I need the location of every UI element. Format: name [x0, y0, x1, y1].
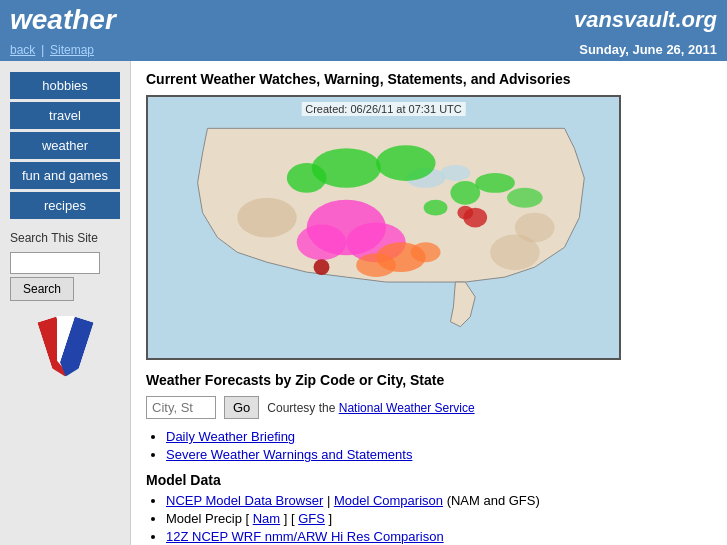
- nam-link[interactable]: Nam: [253, 511, 280, 526]
- svg-point-14: [297, 225, 347, 261]
- forecast-title: Weather Forecasts by Zip Code or City, S…: [146, 372, 712, 388]
- zip-input[interactable]: [146, 396, 216, 419]
- list-item: Daily Weather Briefing: [166, 429, 712, 444]
- svg-point-17: [411, 242, 441, 262]
- svg-point-20: [237, 198, 296, 238]
- site-domain: vansvault.org: [574, 7, 717, 33]
- sitemap-link[interactable]: Sitemap: [50, 43, 94, 57]
- wrf-comparison-link[interactable]: 12Z NCEP WRF nmm/ARW Hi Res Comparison: [166, 529, 444, 544]
- watches-title: Current Weather Watches, Warning, Statem…: [146, 71, 712, 87]
- model-list: NCEP Model Data Browser | Model Comparis…: [166, 493, 712, 545]
- map-timestamp: Created: 06/26/11 at 07:31 UTC: [301, 102, 466, 116]
- severe-warnings-link[interactable]: Severe Weather Warnings and Statements: [166, 447, 412, 462]
- sidebar-item-fun-and-games[interactable]: fun and games: [10, 162, 120, 189]
- svg-point-9: [475, 173, 515, 193]
- nav-links: back | Sitemap: [10, 42, 94, 57]
- weather-map: Created: 06/26/11 at 07:31 UTC: [146, 95, 621, 360]
- sidebar-item-hobbies[interactable]: hobbies: [10, 72, 120, 99]
- courtesy-text: Courtesy the National Weather Service: [267, 401, 474, 415]
- ncep-model-link[interactable]: NCEP Model Data Browser: [166, 493, 323, 508]
- svg-point-4: [441, 165, 471, 181]
- search-label: Search This Site: [0, 227, 130, 249]
- sidebar: hobbies travel weather fun and games rec…: [0, 61, 130, 545]
- list-item: Model Precip [ Nam ] [ GFS ]: [166, 511, 712, 526]
- back-link[interactable]: back: [10, 43, 35, 57]
- sidebar-item-travel[interactable]: travel: [10, 102, 120, 129]
- weather-links-list: Daily Weather Briefing Severe Weather Wa…: [166, 429, 712, 462]
- list-item: Severe Weather Warnings and Statements: [166, 447, 712, 462]
- model-title: Model Data: [146, 472, 712, 488]
- date-display: Sunday, June 26, 2011: [579, 42, 717, 57]
- sidebar-item-weather[interactable]: weather: [10, 132, 120, 159]
- svg-point-6: [376, 145, 435, 181]
- svg-point-10: [507, 188, 543, 208]
- svg-point-11: [424, 200, 448, 216]
- daily-briefing-link[interactable]: Daily Weather Briefing: [166, 429, 295, 444]
- site-logo-title: weather: [10, 4, 116, 36]
- main-content: Current Weather Watches, Warning, Statem…: [130, 61, 727, 545]
- list-item: NCEP Model Data Browser | Model Comparis…: [166, 493, 712, 508]
- search-input[interactable]: [10, 252, 100, 274]
- svg-point-22: [490, 234, 540, 270]
- weather-map-svg: [148, 97, 619, 358]
- sidebar-item-recipes[interactable]: recipes: [10, 192, 120, 219]
- model-comparison-link[interactable]: Model Comparison: [334, 493, 443, 508]
- nws-link[interactable]: National Weather Service: [339, 401, 475, 415]
- list-item: 12Z NCEP WRF nmm/ARW Hi Res Comparison: [166, 529, 712, 544]
- go-button[interactable]: Go: [224, 396, 259, 419]
- svg-point-7: [287, 163, 327, 193]
- svg-point-19: [457, 206, 473, 220]
- gfs-link[interactable]: GFS: [298, 511, 325, 526]
- ribbon-image: [0, 313, 130, 383]
- search-button[interactable]: Search: [10, 277, 74, 301]
- svg-point-23: [314, 259, 330, 275]
- zip-row: Go Courtesy the National Weather Service: [146, 396, 712, 419]
- svg-point-16: [356, 253, 396, 277]
